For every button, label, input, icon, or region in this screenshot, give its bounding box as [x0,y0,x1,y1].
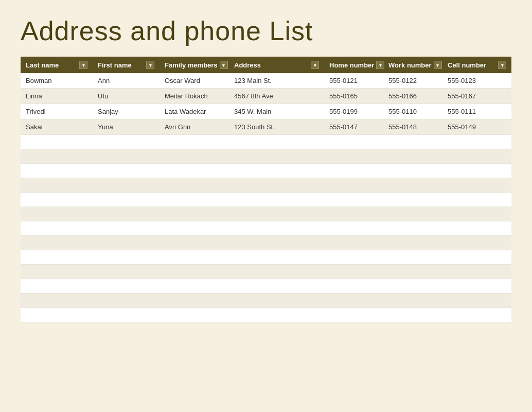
dropdown-icon-address[interactable]: ▾ [311,61,319,69]
empty-cell [383,178,442,193]
empty-row [21,250,511,265]
empty-cell [442,149,511,164]
empty-cell [21,149,93,164]
cell-work_number: 555-0166 [383,89,442,104]
empty-cell [159,135,229,149]
empty-cell [93,178,159,193]
empty-cell [383,221,442,236]
cell-cell_number: 555-0149 [442,119,511,135]
cell-cell_number: 555-0111 [442,104,511,119]
cell-last_name: Bowman [21,73,93,89]
cell-address: 123 Main St. [229,73,324,89]
cell-first_name: Sanjay [93,104,159,119]
page-title: Address and phone List [21,15,511,46]
empty-cell [93,236,159,250]
empty-cell [383,250,442,265]
page-container: Address and phone List Last name ▾ [0,0,532,412]
empty-cell [442,164,511,178]
empty-cell [324,294,383,308]
empty-cell [21,294,93,308]
empty-cell [324,279,383,294]
empty-row [21,178,511,193]
empty-cell [229,221,324,236]
empty-cell [93,294,159,308]
empty-cell [442,265,511,279]
table-header-row: Last name ▾ First name ▾ Family members [21,57,511,73]
table-container: Last name ▾ First name ▾ Family members [21,57,511,322]
empty-cell [159,250,229,265]
empty-cell [383,135,442,149]
empty-row [21,294,511,308]
empty-cell [159,207,229,221]
empty-cell [442,207,511,221]
empty-cell [93,308,159,322]
empty-cell [442,250,511,265]
cell-work_number: 555-0148 [383,119,442,135]
empty-cell [442,236,511,250]
empty-row [21,193,511,207]
empty-cell [442,221,511,236]
empty-cell [229,250,324,265]
empty-cell [159,236,229,250]
empty-cell [21,265,93,279]
empty-cell [229,294,324,308]
cell-home_number: 555-0199 [324,104,383,119]
empty-cell [383,193,442,207]
empty-cell [21,236,93,250]
cell-home_number: 555-0147 [324,119,383,135]
empty-row [21,149,511,164]
empty-cell [229,265,324,279]
cell-first_name: Utu [93,89,159,104]
empty-row [21,221,511,236]
cell-last_name: Linna [21,89,93,104]
cell-address: 345 W. Main [229,104,324,119]
dropdown-icon-work-number[interactable]: ▾ [434,61,442,69]
table-row: BowmanAnnOscar Ward123 Main St.555-01215… [21,73,511,89]
empty-cell [383,149,442,164]
empty-row [21,279,511,294]
cell-family_members: Oscar Ward [159,73,229,89]
empty-cell [159,221,229,236]
empty-cell [442,135,511,149]
empty-cell [324,250,383,265]
empty-cell [383,308,442,322]
empty-cell [159,193,229,207]
empty-cell [442,279,511,294]
empty-cell [229,178,324,193]
cell-cell_number: 555-0123 [442,73,511,89]
empty-row [21,308,511,322]
empty-cell [229,279,324,294]
empty-cell [159,279,229,294]
empty-cell [93,250,159,265]
empty-cell [229,149,324,164]
empty-row [21,207,511,221]
col-header-address: Address ▾ [229,57,324,73]
empty-cell [159,164,229,178]
cell-first_name: Yuna [93,119,159,135]
dropdown-icon-last-name[interactable]: ▾ [79,61,87,69]
dropdown-icon-cell-number[interactable]: ▾ [498,61,506,69]
cell-work_number: 555-0122 [383,73,442,89]
empty-cell [324,265,383,279]
empty-cell [21,178,93,193]
empty-cell [21,207,93,221]
empty-cell [93,279,159,294]
cell-last_name: Trivedi [21,104,93,119]
empty-cell [93,164,159,178]
cell-home_number: 555-0121 [324,73,383,89]
empty-cell [21,308,93,322]
empty-cell [21,193,93,207]
empty-cell [159,265,229,279]
empty-cell [93,265,159,279]
empty-cell [324,149,383,164]
empty-cell [159,308,229,322]
col-header-family-members: Family members ▾ [159,57,229,73]
empty-cell [229,236,324,250]
empty-cell [159,149,229,164]
dropdown-icon-first-name[interactable]: ▾ [146,61,154,69]
empty-row [21,164,511,178]
dropdown-icon-family-members[interactable]: ▾ [220,61,228,69]
empty-cell [442,178,511,193]
empty-cell [93,149,159,164]
empty-cell [324,207,383,221]
